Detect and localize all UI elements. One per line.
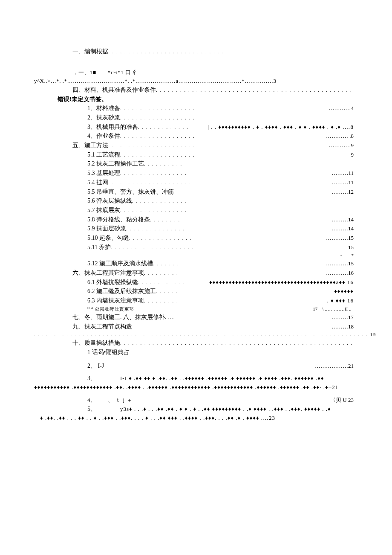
toc-entry: 5.8 弹分格线、粘分格条 . . . . . . . .………14 <box>34 215 354 224</box>
toc-entry: 5.5 吊垂直、套方、抹灰饼、冲筋………12 <box>34 187 354 197</box>
toc-leader: . . . . . . . . . <box>144 270 326 277</box>
toc-label: 5.5 吊垂直、套方、抹灰饼、冲筋 <box>87 187 174 197</box>
toc-label: 6.3 内墙抹灰注意事项 <box>87 296 144 305</box>
toc-leader: . . . . . . . . . . . . <box>138 279 209 286</box>
toc-leader: . . . . . . . <box>153 260 326 267</box>
toc-label: 5.10 起条、勾缝 <box>87 233 129 243</box>
toc-entry: 1 话曷•隔组典占 <box>34 348 354 357</box>
toc-annotation-text: - * <box>340 252 354 259</box>
toc-entry: 七、冬、雨期施工. 八、抹灰层修补. …………17 <box>34 313 354 322</box>
toc-page-number: ………12 <box>331 188 354 196</box>
toc-leader: . . . . . . . . . . . . . . . . . . . <box>120 114 354 122</box>
toc-leader: I-I ♦ .♦♦ ♦♦ ♦ .♦♦. .♦♦ . .♦♦♦♦♦♦ .♦♦♦♦♦… <box>96 374 354 383</box>
toc-page-number: 〈贝 U 23 <box>330 396 354 404</box>
toc-entry: 5.6 弹灰层操纵线 . . . . . . . . . . . . . . <box>34 196 354 206</box>
toc-entry: . . . . . . . . . . . . . . . . . . . . … <box>34 331 354 338</box>
toc-entry: 3、 I-I ♦ .♦♦ ♦♦ ♦ .♦♦. .♦♦ . .♦♦♦♦♦♦ .♦♦… <box>34 374 354 383</box>
toc-leader: . . . . . . . . . . . . . . . . . . . . … <box>108 48 354 55</box>
toc-leader: . . . . . . . . . . . . . . . . . <box>120 170 331 177</box>
toc-label: 四、材料、机具准备及作业条件 <box>72 85 156 95</box>
toc-label: 6.2 施工缝及后续抹灰施工 <box>87 287 156 296</box>
toc-page-number: …………16 <box>326 269 354 277</box>
toc-label: 5、 <box>87 404 96 414</box>
toc-page-number: ………17 <box>331 313 354 322</box>
toc-label: ᴴ ᴬ 处掲壮疛汢貫車邛 <box>87 305 134 313</box>
toc-label: 5.9 抹面层砂浆 <box>87 224 126 233</box>
toc-leader: . . . . . . . . <box>150 216 331 224</box>
toc-leader: . . . . . . . . . . . . . . . . . . . . … <box>120 340 354 347</box>
toc-label: y^X..>…*. .*…………………………*. .*…………………a……………… <box>34 77 277 85</box>
toc-page-number: . ♦ ♦♦♦ 16 <box>327 296 354 305</box>
toc-entry: 四、材料、机具准备及作业条件 . . . . . . . . . . . . .… <box>34 85 354 95</box>
toc-page-number: | . . ♦♦♦♦♦♦♦♦♦♦ . ♦ . ♦♦♦♦ . ♦♦♦ . ♦ ♦ … <box>208 123 354 131</box>
toc-label: 5.4 挂网 <box>87 178 108 187</box>
toc-page-number: …………15 <box>326 259 354 268</box>
toc-entry: 5.3 基层处理 . . . . . . . . . . . . . . . .… <box>34 169 354 178</box>
toc-leader: . . . . . . . . . . . . . . . . <box>129 235 326 242</box>
toc-label: 5.12 施工顺序及滴水线槽 <box>87 259 153 268</box>
toc-annotation: - * <box>34 252 354 259</box>
toc-entry: y^X..>…*. .*…………………………*. .*…………………a……………… <box>34 77 354 85</box>
toc-entry: 错误!未定义书签。 <box>34 95 354 104</box>
toc-entry: 5、 y3s♦ . . .♦ . . .♦♦ .♦♦ . ♦ ♦ . ♦ . .… <box>34 404 354 414</box>
toc-label: 5.1 工艺流程 <box>87 150 120 160</box>
toc-leader: . . . . . . . . . . . . . <box>138 124 208 131</box>
toc-leader: . . . . . . . . . . . . . . . . . . . <box>120 105 329 112</box>
toc-label: 一、编制根据 <box>72 47 108 56</box>
toc-label: . . . . . . . . . . . . . . . . . . . . … <box>34 331 377 338</box>
toc-leader: y3s♦ . . .♦ . . .♦♦ .♦♦ . ♦ ♦ . ♦ . .♦♦ … <box>96 405 354 413</box>
toc-page: 一、编制根据 . . . . . . . . . . . . . . . . .… <box>0 0 392 439</box>
toc-leader: . . . . . . . . . . . . . . . . . . . . … <box>108 142 329 149</box>
toc-entry: 2、抹灰砂浆. . . . . . . . . . . . . . . . . … <box>34 113 354 122</box>
toc-leader: . . . . . . . . . . . . . . . . . . . . … <box>111 244 348 251</box>
toc-entry: 6.1 外墙抗裂操纵缝 . . . . . . . . . . . .♦♦♦♦♦… <box>34 278 354 287</box>
toc-entry: ，一、1■ *r~i*1 口 彳 <box>34 68 354 77</box>
toc-entry: 5.2 抹灰工程操作工艺 . . . . . . . . . . <box>34 159 354 169</box>
toc-page-number: ………11 <box>331 178 354 187</box>
toc-label: 错误!未定义书签。 <box>58 95 107 104</box>
toc-entry: 2、 I-J………………21 <box>34 361 354 371</box>
toc-entry: 5.12 施工顺序及滴水线槽 . . . . . . .…………15 <box>34 259 354 268</box>
toc-leader: . . . . . . . . . . . . . . . <box>126 225 331 232</box>
toc-leader: . . . . . . . . . . . . . . . . . . . . … <box>156 87 354 94</box>
toc-label: 十、质量操纵措施 <box>72 338 120 348</box>
toc-entry: 4、作业条件. . . . . . . . . . . . . . . . . … <box>34 131 354 141</box>
toc-page-number: ………14 <box>331 224 354 233</box>
toc-label: 2、抹灰砂浆 <box>87 113 120 122</box>
toc-entry: 五、施工方法. . . . . . . . . . . . . . . . . … <box>34 141 354 150</box>
toc-label: ，一、1■ *r~i*1 口 彳 <box>72 68 138 77</box>
toc-page-number: ………………21 <box>315 362 354 370</box>
toc-label: 6.1 外墙抗裂操纵缝 <box>87 278 138 287</box>
toc-entry: ♦♦♦♦♦♦♦♦♦♦♦ .♦♦♦♦♦♦♦♦♦♦♦♦ .♦♦. .♦♦♦♦ . .… <box>34 383 354 392</box>
toc-label: 5.3 基层处理 <box>87 169 120 178</box>
toc-leader: . . . . . . . . . . . . . . . . . . . <box>120 133 326 140</box>
toc-entry: 九、抹灰工程节点构造………18 <box>34 322 354 331</box>
toc-entry: 5.10 起条、勾缝 . . . . . . . . . . . . . . .… <box>34 233 354 243</box>
toc-page-number: ♦♦♦♦♦♦♦♦♦♦♦♦♦♦♦♦♦♦♦♦♦♦♦♦♦♦♦♦♦♦♦♦♦♦♦♦♦♦♦a… <box>209 278 354 287</box>
toc-page-number: ………18 <box>331 323 354 331</box>
toc-page-number: 17 \ .…………II 。 <box>313 305 354 313</box>
toc-page-number: 9 <box>351 151 354 159</box>
toc-label: 4、 、 ｔｊ＋ <box>87 396 132 404</box>
toc-entry: 3、机械用具的准备. . . . . . . . . . . . .| . . … <box>34 122 354 132</box>
toc-label: 4、作业条件 <box>87 131 120 141</box>
toc-entry: 5.9 抹面层砂浆 . . . . . . . . . . . . . . .…… <box>34 224 354 233</box>
toc-leader: . . . . . . <box>156 288 322 295</box>
toc-label: 五、施工方法 <box>72 141 108 150</box>
toc-entry: 5.1 工艺流程 . . . . . . . . . . . . . . . .… <box>34 150 354 160</box>
toc-label: 七、冬、雨期施工. 八、抹灰层修补. … <box>72 313 174 322</box>
toc-entry: 5.7 抹底层灰 . . . . . . . . . . . . . . . .… <box>34 206 354 215</box>
toc-entry: 1、材料准备. . . . . . . . . . . . . . . . . … <box>34 104 354 113</box>
toc-label: 3、机械用具的准备 <box>87 122 138 132</box>
toc-label: 1、材料准备 <box>87 104 120 113</box>
toc-label: 5.8 弹分格线、粘分格条 <box>87 215 150 224</box>
toc-entry: 一、编制根据 . . . . . . . . . . . . . . . . .… <box>34 47 354 56</box>
toc-entry: 六、抹灰工程其它注意事项. . . . . . . . .…………16 <box>34 268 354 278</box>
toc-entry: ᴴ ᴬ 处掲壮疛汢貫車邛17 \ .…………II 。 <box>34 305 354 313</box>
toc-label: 九、抹灰工程节点构造 <box>72 322 132 331</box>
toc-page-number: …………9 <box>329 141 354 150</box>
toc-page-number: …………15 <box>326 234 354 242</box>
toc-label: ♦♦♦♦♦♦♦♦♦♦♦ .♦♦♦♦♦♦♦♦♦♦♦♦ .♦♦. .♦♦♦♦ . .… <box>34 383 338 392</box>
toc-label: 5.2 抹灰工程操作工艺 <box>87 159 144 169</box>
toc-leader: . . . . . . . . . . . . . . . . . . . <box>120 151 351 159</box>
